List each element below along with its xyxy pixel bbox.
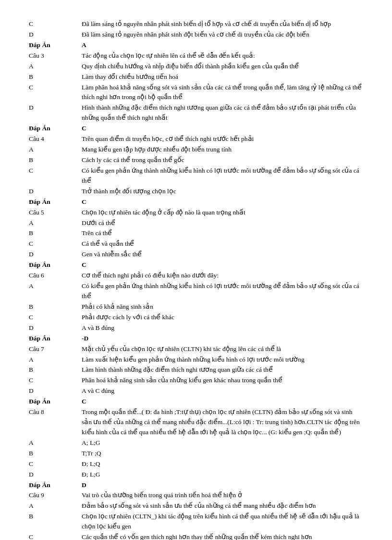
label-d-top: D [29,30,82,40]
cau5-d: D Gen và nhiễm sắc thể [29,250,363,260]
cau4-c: C Có kiểu gen phản ứng thành những kiểu … [29,166,363,186]
cau9-b-text: Chọn lọc tự nhiên (CLTN_) khi tác động t… [82,512,363,532]
cau-5: Câu 5 Chọn lọc tự nhiên tác động ở cấp đ… [29,208,363,218]
cau5-b-label: B [29,228,82,239]
cau6-a-text: Có kiểu gen phản ứng thành những kiểu hì… [82,281,363,301]
cau5-c: C Cá thể và quần thể [29,239,363,249]
cau7-c-text: Phân hoá khả năng sinh sản của những kiể… [82,376,363,386]
dap-an-label-6: Đáp Án [29,397,82,407]
main-content: C Đã làm sáng tỏ nguyên nhân phát sinh b… [29,19,363,540]
cau6-d-text: A và B đúng [82,323,363,333]
cau-7: Câu 7 Mặt chủ yếu của chọn lọc tự nhiên … [29,344,363,354]
cau-6: Câu 6 Cơ thể thích nghi phải có điều kiệ… [29,271,363,281]
cau3-a-text: Quy định chiều hướng và nhịp điệu biến đ… [82,62,363,72]
cau8-d-text: Đ; L;G [82,470,363,480]
cau7-d-text: A và C đúng [82,386,363,396]
cau6-b-label: B [29,302,82,312]
cau3-c-text: Làm phân hoá khả năng sống sót và sinh s… [82,83,363,103]
dap-an-value-4: C [82,260,363,270]
dap-an-label-5: Đáp Án [29,334,82,344]
cau6-c-text: Phải được cách ly với cá thể khác [82,313,363,323]
cau8-b-label: B [29,449,82,459]
text-d-top: Đã làm sáng tỏ nguyên nhân phát sinh đột… [82,30,363,40]
cau9-a-text: Đảm bảo sự sống sót và sinh sản ưu thế c… [82,501,363,511]
cau5-a: A Dưới cá thể [29,218,363,228]
cau4-c-text: Có kiểu gen phản ứng thành những kiểu hì… [82,166,363,186]
cau-4-label: Câu 4 [29,134,82,144]
cau4-c-label: C [29,166,82,186]
dap-an-1: Đáp Án A [29,40,363,50]
cau5-a-text: Dưới cá thể [82,218,363,228]
cau7-b-label: B [29,365,82,375]
cau-4: Câu 4 Trên quan điểm di truyền học, cơ t… [29,134,363,144]
cau3-b-text: Làm thay đổi chiều hướng tiến hoá [82,72,363,82]
cau-5-label: Câu 5 [29,208,82,218]
cau7-d: D A và C đúng [29,386,363,396]
line-c-top: C Đã làm sáng tỏ nguyên nhân phát sinh b… [29,19,363,29]
cau9-c-label: C [29,532,82,540]
cau3-a: A Quy định chiều hướng và nhịp điệu biến… [29,62,363,72]
cau-7-text: Mặt chủ yếu của chọn lọc tự nhiên (CLTN)… [82,344,363,354]
dap-an-label-7: Đáp Án [29,480,82,490]
cau8-b: B T;Tr ;Q [29,449,363,459]
cau-9: Câu 9 Vai trò của thường biến trong quá … [29,490,363,501]
cau4-b: B Cách ly các cá thể trong quần thể gốc [29,155,363,165]
cau6-c: C Phải được cách ly với cá thể khác [29,313,363,323]
dap-an-label-4: Đáp Án [29,260,82,270]
cau5-d-text: Gen và nhiễm sắc thể [82,250,363,260]
cau7-b: B Làm hình thành những đặc điểm thích ng… [29,365,363,375]
cau3-d-text: Hình thành những đặc điểm thích nghi tươ… [82,103,363,123]
cau3-c: C Làm phân hoá khả năng sống sót và sinh… [29,83,363,103]
cau9-b: B Chọn lọc tự nhiên (CLTN_) khi tác động… [29,512,363,532]
cau7-a-label: A [29,355,82,365]
cau4-b-text: Cách ly các cá thể trong quần thể gốc [82,155,363,165]
cau6-d-label: D [29,323,82,333]
cau6-a: A Có kiểu gen phản ứng thành những kiểu … [29,281,363,301]
cau4-a: A Mang kiểu gen tập hợp được nhiều đột b… [29,145,363,155]
cau9-a-label: A [29,501,82,511]
cau-3: Câu 3 Tác động của chọn lọc tự nhiên lên… [29,51,363,61]
dap-an-label-2: Đáp Án [29,124,82,134]
dap-an-value-7: D [82,480,363,490]
cau7-a-text: Làm xuất hiện kiểu gen phản ứng thành nh… [82,355,363,365]
cau5-d-label: D [29,250,82,260]
cau-7-label: Câu 7 [29,344,82,354]
cau9-c-text: Các quần thể có vốn gen thích nghi hơn t… [82,532,363,540]
cau7-c: C Phân hoá khả năng sinh sản của những k… [29,376,363,386]
cau-5-text: Chọn lọc tự nhiên tác động ở cấp độ nào … [82,208,363,218]
cau9-a: A Đảm bảo sự sống sót và sinh sản ưu thế… [29,501,363,511]
cau6-a-label: A [29,281,82,301]
dap-an-label-3: Đáp Án [29,197,82,207]
cau6-d: D A và B đúng [29,323,363,333]
cau6-b: B Phải có khả năng sinh sản [29,302,363,312]
dap-an-6: Đáp Án C [29,397,363,407]
cau4-d: D Trở thành một đối tượng chọn lọc [29,187,363,197]
cau5-b: B Trên cá thể [29,228,363,239]
text-c-top: Đã làm sáng tỏ nguyên nhân phát sinh biế… [82,19,363,29]
cau7-d-label: D [29,386,82,396]
cau3-c-label: C [29,83,82,103]
cau3-b-label: B [29,72,82,82]
cau-3-label: Câu 3 [29,51,82,61]
dap-an-value-6: C [82,397,363,407]
cau8-c-text: Đ; L;Q [82,459,363,469]
cau-8-text: Trong một quần thể...( Đ: đa hình ;T:tự … [82,407,363,438]
cau8-d-label: D [29,470,82,480]
dap-an-value-1: A [82,40,363,50]
cau7-b-text: Làm hình thành những đặc điểm thích nghi… [82,365,363,375]
cau3-d: D Hình thành những đặc điểm thích nghi t… [29,103,363,123]
dap-an-label-1: Đáp Án [29,40,82,50]
cau8-a: A A; L;G [29,438,363,448]
cau8-a-label: A [29,438,82,448]
dap-an-7: Đáp Án D [29,480,363,490]
cau5-b-text: Trên cá thể [82,228,363,239]
cau8-c: C Đ; L;Q [29,459,363,469]
cau-6-text: Cơ thể thích nghi phải có điều kiện nào … [82,271,363,281]
cau8-c-label: C [29,459,82,469]
dap-an-5: Đáp Án -D [29,334,363,344]
line-d-top: D Đã làm sáng tỏ nguyên nhân phát sinh đ… [29,30,363,40]
cau4-b-label: B [29,155,82,165]
cau3-a-label: A [29,62,82,72]
cau5-a-label: A [29,218,82,228]
dap-an-2: Đáp Án C [29,124,363,134]
